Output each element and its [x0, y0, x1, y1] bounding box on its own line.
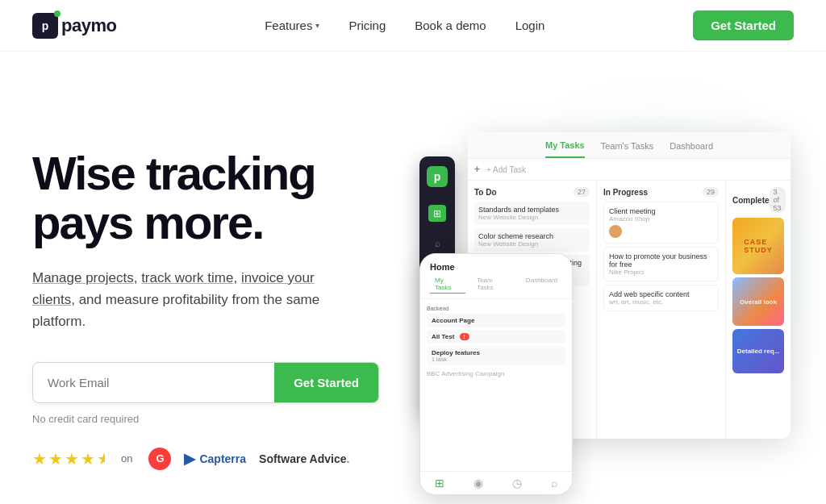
sidebar-search-icon: ⌕ — [428, 235, 446, 252]
logo-dot — [54, 10, 60, 17]
g2-badge: G — [148, 448, 171, 470]
capterra-badge: ▶ Capterra — [184, 450, 246, 468]
inprogress-column: In Progress 29 Client meeting Amazon Sho… — [597, 181, 726, 439]
mobile-tab-dashboard[interactable]: Dashboard — [521, 275, 562, 294]
hero-right: p ⊞ ⌕ ⊡ ◫ ◷ ≡ ⊕ My Tasks Team's Tasks Da… — [419, 84, 807, 504]
table-row: How to promote your business for free Ni… — [603, 247, 719, 281]
no-credit-text: No credit card required — [32, 413, 419, 425]
mobile-tab-teamtasks[interactable]: Team Tasks — [472, 275, 515, 294]
mobile-work-icon[interactable]: ◉ — [473, 477, 483, 489]
table-row: Standards and templates New Website Desi… — [474, 202, 590, 225]
table-row: Client meeting Amazon Shop — [603, 202, 719, 244]
status-badge: ! — [460, 333, 469, 340]
star-1: ★ — [32, 449, 47, 469]
chevron-down-icon: ▾ — [315, 21, 319, 30]
table-row: CASESTUDY — [732, 218, 784, 274]
mobile-window: Home My Tasks Team Tasks Dashboard Backe… — [419, 253, 573, 495]
nav-book-demo[interactable]: Book a demo — [415, 19, 486, 32]
mobile-header: Home My Tasks Team Tasks Dashboard — [420, 254, 572, 299]
hero-title: Wise tracking pays more. — [32, 149, 419, 248]
avatar — [609, 225, 622, 238]
mobile-tasks-icon[interactable]: ⊞ — [435, 477, 444, 489]
nav-features[interactable]: Features ▾ — [265, 19, 319, 32]
sidebar-logo: p — [427, 166, 448, 187]
mobile-tabs: My Tasks Team Tasks Dashboard — [430, 275, 562, 294]
mockup-container: p ⊞ ⌕ ⊡ ◫ ◷ ≡ ⊕ My Tasks Team's Tasks Da… — [419, 124, 807, 495]
nav-actions: Get Started — [693, 10, 794, 40]
software-advice-badge: Software Advice. — [259, 452, 349, 465]
window-tabs: My Tasks Team's Tasks Dashboard — [468, 132, 791, 159]
list-item: All Test ! — [427, 330, 565, 344]
mobile-tab-mytasks[interactable]: My Tasks — [430, 275, 465, 294]
complete-count: 3 of 53 — [770, 187, 786, 213]
tab-dashboard[interactable]: Dashboard — [670, 141, 713, 157]
on-label: on — [121, 452, 132, 464]
get-started-nav-button[interactable]: Get Started — [693, 10, 794, 40]
todo-count: 27 — [574, 187, 590, 197]
navbar: p paymo Features ▾ Pricing Book a demo L… — [0, 0, 826, 52]
sa-dot: . — [346, 452, 349, 465]
ratings-row: ★ ★ ★ ★ ★ on G ▶ Capterra Software Advic… — [32, 448, 419, 470]
star-rating: ★ ★ ★ ★ ★ — [32, 449, 105, 469]
capterra-arrow-icon: ▶ — [184, 450, 195, 468]
logo-text: paymo — [61, 15, 116, 36]
mobile-project-label: BBC Advertising Campaign — [427, 370, 565, 377]
nav-links: Features ▾ Pricing Book a demo Login — [265, 19, 544, 32]
complete-title: Complete — [732, 196, 770, 205]
logo[interactable]: p paymo — [32, 13, 116, 39]
add-task-bar: + + Add Task — [468, 159, 791, 181]
hero-subtitle: Manage projects, track work time, invoic… — [32, 267, 355, 333]
email-form: Get Started — [32, 362, 379, 403]
table-row: Overall look — [732, 277, 784, 326]
table-row: Detailed req... — [732, 329, 784, 373]
email-input[interactable] — [33, 363, 274, 402]
star-4: ★ — [81, 449, 95, 469]
list-item: Account Page — [427, 314, 565, 327]
mobile-search-icon[interactable]: ⌕ — [551, 477, 557, 489]
mobile-time-icon[interactable]: ◷ — [512, 477, 522, 489]
tab-teams-tasks[interactable]: Team's Tasks — [601, 141, 653, 157]
list-item: Deploy features 1 task — [427, 346, 565, 365]
mobile-title: Home — [430, 262, 562, 272]
todo-title: To Do — [474, 188, 497, 197]
inprogress-title: In Progress — [603, 188, 648, 197]
hero-section: Wise tracking pays more. Manage projects… — [0, 52, 826, 504]
add-icon: + — [474, 164, 480, 175]
nav-pricing[interactable]: Pricing — [348, 19, 386, 32]
star-half: ★ — [97, 449, 105, 469]
star-3: ★ — [65, 449, 79, 469]
tab-my-tasks[interactable]: My Tasks — [545, 140, 585, 158]
hero-left: Wise tracking pays more. Manage projects… — [32, 149, 419, 469]
get-started-hero-button[interactable]: Get Started — [274, 363, 378, 402]
complete-column: Complete 3 of 53 CASESTUDY Over — [726, 181, 791, 439]
table-row: Add web specific content wrt, art, music… — [603, 285, 719, 311]
star-2: ★ — [48, 449, 63, 469]
sidebar-tasks-icon: ⊞ — [428, 205, 446, 223]
nav-login[interactable]: Login — [515, 19, 545, 32]
inprogress-count: 29 — [703, 187, 719, 197]
mobile-body: Backend Account Page All Test ! Deploy f… — [420, 299, 572, 384]
table-row: Color scheme research New Website Design — [474, 228, 590, 252]
mobile-footer: ⊞ ◉ ◷ ⌕ — [420, 471, 572, 494]
logo-icon: p — [32, 13, 58, 39]
